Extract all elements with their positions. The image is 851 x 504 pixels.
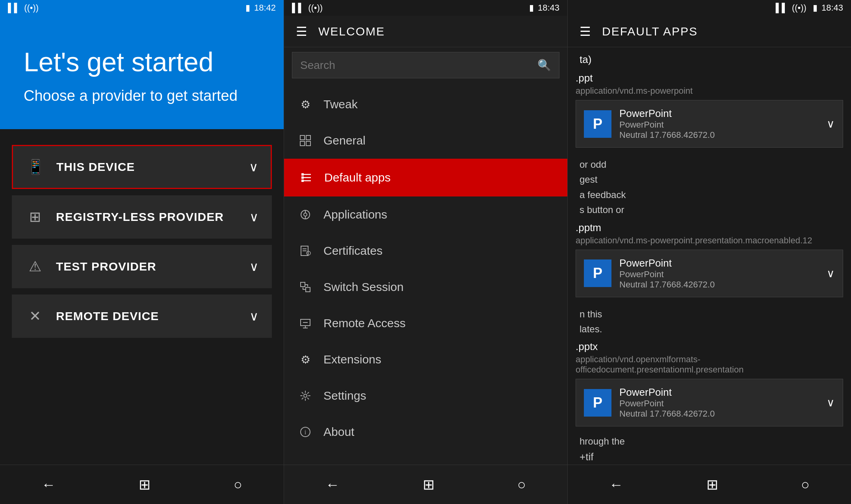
menu-item-general[interactable]: General [284,122,567,159]
menu-item-default-apps-label: Default apps [324,171,390,184]
svg-rect-0 [300,135,305,140]
provider-label-test-provider: TEST PROVIDER [56,260,249,273]
menu-item-remote-access[interactable]: Remote Access [284,305,567,341]
app-name-pptm: PowerPoint [619,257,827,269]
menu-item-extensions[interactable]: ⚙ Extensions [284,341,567,378]
p3-time-display: 18:43 [821,3,843,13]
app-info-pptx: PowerPoint PowerPoint Neutral 17.7668.42… [619,386,827,419]
applications-icon [297,206,314,223]
p3-back-icon[interactable]: ← [609,476,623,493]
provider-item-this-device[interactable]: 📱 THIS DEVICE ∨ [12,145,272,189]
provider-label-this-device: THIS DEVICE [56,160,249,174]
svg-rect-19 [306,287,310,292]
p2-back-icon[interactable]: ← [325,476,340,493]
menu-item-settings[interactable]: Settings [284,378,567,414]
panel3-header: ☰ DEFAULT APPS [568,16,851,47]
app-version-ppt: Neutral 17.7668.42672.0 [619,130,827,140]
ext-label-pptx: .pptx [576,341,843,353]
app-icon-ppt: P [584,110,611,138]
app-sub-pptx: PowerPoint [619,398,827,409]
app-chevron-ppt[interactable]: ∨ [827,117,835,130]
app-sub-ppt: PowerPoint [619,120,827,130]
p2-status-right: ▮ 18:43 [529,3,559,13]
panel1-nav: ← ⊞ ○ [0,465,284,504]
provider-icon-remote-device: ✕ [25,306,45,326]
switch-session-icon [297,278,314,296]
wifi-icon: ((•)) [24,3,39,13]
home-icon[interactable]: ⊞ [139,476,151,493]
app-card-pptm[interactable]: P PowerPoint PowerPoint Neutral 17.7668.… [576,250,843,297]
menu-item-about[interactable]: i About [284,414,567,450]
app-card-pptx[interactable]: P PowerPoint PowerPoint Neutral 17.7668.… [576,379,843,426]
p3-signal-icon: ▌▌ [776,3,788,13]
signal-icon: ▌▌ [8,3,20,13]
svg-rect-9 [301,180,304,182]
panel3-title: DEFAULT APPS [602,25,698,38]
ext-section-pptm: .pptm application/vnd.ms-powerpoint.pres… [576,222,843,297]
about-icon: i [297,423,314,441]
settings-icon [297,387,314,404]
menu-item-switch-session[interactable]: Switch Session [284,269,567,305]
ext-section-ppt: .ppt application/vnd.ms-powerpoint P Pow… [576,72,843,148]
ext-mime-pptm: application/vnd.ms-powerpoint.presentati… [576,235,843,246]
provider-label-remote-device: REMOTE DEVICE [56,309,249,323]
p2-time-display: 18:43 [538,3,559,13]
app-chevron-pptx[interactable]: ∨ [827,396,835,409]
app-chevron-pptm[interactable]: ∨ [827,267,835,280]
p2-status-left: ▌▌ ((•)) [292,3,323,13]
back-icon[interactable]: ← [41,476,56,493]
menu-item-certificates-label: Certificates [323,244,383,258]
ext-section-pptx: .pptx application/vnd.openxmlformats-off… [576,341,843,426]
app-card-ppt[interactable]: P PowerPoint PowerPoint Neutral 17.7668.… [576,100,843,148]
provider-label-registry-less: REGISTRY-LESS PROVIDER [56,210,249,224]
ext-label-ppt: .ppt [576,72,843,84]
app-info-pptm: PowerPoint PowerPoint Neutral 17.7668.42… [619,257,827,290]
p2-signal-icon: ▌▌ [292,3,304,13]
provider-chevron-test-provider: ∨ [249,259,258,274]
svg-text:i: i [305,429,307,435]
ext-mime-ppt: application/vnd.ms-powerpoint [576,86,843,96]
search-box[interactable]: 🔍 [292,52,559,78]
svg-point-11 [304,213,307,216]
p2-battery-icon: ▮ [529,3,534,13]
time-display: 18:42 [254,3,276,13]
status-left: ▌▌ ((•)) [8,3,39,13]
panel-lets-get-started: ▌▌ ((•)) ▮ 18:42 Let's get started Choos… [0,0,284,504]
p3-hamburger-icon[interactable]: ☰ [580,24,591,39]
menu-item-default-apps[interactable]: Default apps [284,159,567,196]
app-version-pptx: Neutral 17.7668.42672.0 [619,409,827,419]
provider-icon-registry-less: ⊞ [25,207,45,227]
svg-rect-18 [301,282,305,287]
panel2-nav: ← ⊞ ○ [284,465,567,504]
provider-item-test-provider[interactable]: ⚠ TEST PROVIDER ∨ [12,245,272,288]
panel-default-apps: ▌▌ ((•)) ▮ 18:43 ☰ DEFAULT APPS ta) .ppt… [567,0,851,504]
p2-search-nav-icon[interactable]: ○ [517,476,526,493]
search-icon[interactable]: 🔍 [537,59,551,72]
panel1-header: Let's get started Choose a provider to g… [0,16,284,129]
ext-label-pptm: .pptm [576,222,843,234]
default-apps-icon [297,169,315,186]
battery-icon: ▮ [245,3,250,13]
menu-item-tweak-label: Tweak [323,98,358,111]
p3-search-nav-icon[interactable]: ○ [801,476,810,493]
hamburger-icon[interactable]: ☰ [296,24,307,39]
menu-item-applications-label: Applications [323,208,387,221]
tweak-icon: ⚙ [297,96,314,113]
partial-text-top: ta) [576,54,843,72]
panel3-nav: ← ⊞ ○ [568,465,851,504]
provider-item-remote-device[interactable]: ✕ REMOTE DEVICE ∨ [12,295,272,338]
p3-home-icon[interactable]: ⊞ [706,476,718,493]
menu-item-applications[interactable]: Applications [284,196,567,233]
search-nav-icon[interactable]: ○ [234,476,242,493]
app-icon-pptx: P [584,389,611,417]
menu-item-tweak[interactable]: ⚙ Tweak [284,86,567,122]
provider-item-registry-less[interactable]: ⊞ REGISTRY-LESS PROVIDER ∨ [12,195,272,239]
menu-item-general-label: General [323,134,366,147]
panel1-status-bar: ▌▌ ((•)) ▮ 18:42 [0,0,284,16]
app-sub-pptm: PowerPoint [619,269,827,280]
app-name-ppt: PowerPoint [619,107,827,120]
search-input[interactable] [300,59,537,72]
menu-item-certificates[interactable]: Certificates [284,233,567,269]
p2-home-icon[interactable]: ⊞ [423,476,435,493]
panel-welcome-menu: ▌▌ ((•)) ▮ 18:43 ☰ WELCOME 🔍 ⚙ Tweak [284,0,567,504]
